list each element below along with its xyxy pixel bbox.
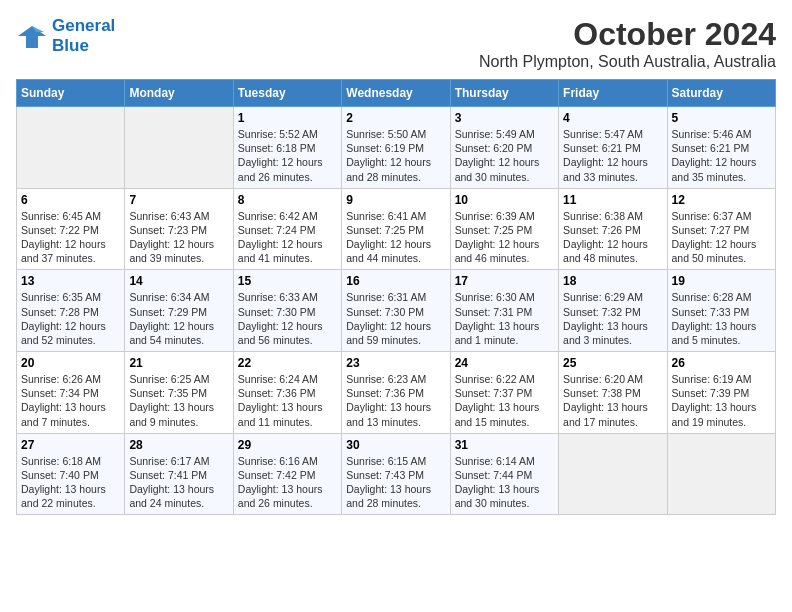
calendar-cell: 6Sunrise: 6:45 AM Sunset: 7:22 PM Daylig… — [17, 188, 125, 270]
logo-icon — [16, 22, 48, 50]
day-info: Sunrise: 6:17 AM Sunset: 7:41 PM Dayligh… — [129, 454, 228, 511]
day-header-thursday: Thursday — [450, 80, 558, 107]
calendar-cell: 16Sunrise: 6:31 AM Sunset: 7:30 PM Dayli… — [342, 270, 450, 352]
calendar-cell: 17Sunrise: 6:30 AM Sunset: 7:31 PM Dayli… — [450, 270, 558, 352]
day-number: 26 — [672, 356, 771, 370]
day-header-wednesday: Wednesday — [342, 80, 450, 107]
header: General Blue October 2024 North Plympton… — [16, 16, 776, 71]
calendar-week-row: 27Sunrise: 6:18 AM Sunset: 7:40 PM Dayli… — [17, 433, 776, 515]
calendar-cell: 4Sunrise: 5:47 AM Sunset: 6:21 PM Daylig… — [559, 107, 667, 189]
calendar-cell: 13Sunrise: 6:35 AM Sunset: 7:28 PM Dayli… — [17, 270, 125, 352]
logo-text: General Blue — [52, 16, 115, 56]
calendar-week-row: 6Sunrise: 6:45 AM Sunset: 7:22 PM Daylig… — [17, 188, 776, 270]
calendar-cell: 19Sunrise: 6:28 AM Sunset: 7:33 PM Dayli… — [667, 270, 775, 352]
day-info: Sunrise: 6:45 AM Sunset: 7:22 PM Dayligh… — [21, 209, 120, 266]
day-number: 6 — [21, 193, 120, 207]
day-info: Sunrise: 6:34 AM Sunset: 7:29 PM Dayligh… — [129, 290, 228, 347]
day-number: 15 — [238, 274, 337, 288]
day-info: Sunrise: 6:19 AM Sunset: 7:39 PM Dayligh… — [672, 372, 771, 429]
calendar-cell: 26Sunrise: 6:19 AM Sunset: 7:39 PM Dayli… — [667, 352, 775, 434]
calendar-cell: 3Sunrise: 5:49 AM Sunset: 6:20 PM Daylig… — [450, 107, 558, 189]
day-number: 22 — [238, 356, 337, 370]
calendar-cell: 2Sunrise: 5:50 AM Sunset: 6:19 PM Daylig… — [342, 107, 450, 189]
calendar-header-row: SundayMondayTuesdayWednesdayThursdayFrid… — [17, 80, 776, 107]
day-number: 29 — [238, 438, 337, 452]
day-info: Sunrise: 6:23 AM Sunset: 7:36 PM Dayligh… — [346, 372, 445, 429]
calendar-cell — [667, 433, 775, 515]
calendar-cell: 20Sunrise: 6:26 AM Sunset: 7:34 PM Dayli… — [17, 352, 125, 434]
day-number: 21 — [129, 356, 228, 370]
calendar-cell: 8Sunrise: 6:42 AM Sunset: 7:24 PM Daylig… — [233, 188, 341, 270]
calendar-cell: 22Sunrise: 6:24 AM Sunset: 7:36 PM Dayli… — [233, 352, 341, 434]
day-number: 4 — [563, 111, 662, 125]
day-info: Sunrise: 6:22 AM Sunset: 7:37 PM Dayligh… — [455, 372, 554, 429]
calendar-week-row: 1Sunrise: 5:52 AM Sunset: 6:18 PM Daylig… — [17, 107, 776, 189]
calendar-cell: 24Sunrise: 6:22 AM Sunset: 7:37 PM Dayli… — [450, 352, 558, 434]
calendar-cell: 31Sunrise: 6:14 AM Sunset: 7:44 PM Dayli… — [450, 433, 558, 515]
day-number: 3 — [455, 111, 554, 125]
calendar-table: SundayMondayTuesdayWednesdayThursdayFrid… — [16, 79, 776, 515]
day-number: 20 — [21, 356, 120, 370]
day-number: 17 — [455, 274, 554, 288]
calendar-cell: 28Sunrise: 6:17 AM Sunset: 7:41 PM Dayli… — [125, 433, 233, 515]
calendar-cell: 27Sunrise: 6:18 AM Sunset: 7:40 PM Dayli… — [17, 433, 125, 515]
day-number: 16 — [346, 274, 445, 288]
day-info: Sunrise: 6:39 AM Sunset: 7:25 PM Dayligh… — [455, 209, 554, 266]
logo: General Blue — [16, 16, 115, 56]
calendar-cell: 15Sunrise: 6:33 AM Sunset: 7:30 PM Dayli… — [233, 270, 341, 352]
day-info: Sunrise: 6:15 AM Sunset: 7:43 PM Dayligh… — [346, 454, 445, 511]
calendar-week-row: 20Sunrise: 6:26 AM Sunset: 7:34 PM Dayli… — [17, 352, 776, 434]
day-number: 7 — [129, 193, 228, 207]
day-info: Sunrise: 6:35 AM Sunset: 7:28 PM Dayligh… — [21, 290, 120, 347]
day-number: 11 — [563, 193, 662, 207]
day-number: 30 — [346, 438, 445, 452]
day-number: 10 — [455, 193, 554, 207]
day-header-friday: Friday — [559, 80, 667, 107]
day-number: 31 — [455, 438, 554, 452]
calendar-cell: 10Sunrise: 6:39 AM Sunset: 7:25 PM Dayli… — [450, 188, 558, 270]
day-number: 18 — [563, 274, 662, 288]
day-info: Sunrise: 6:20 AM Sunset: 7:38 PM Dayligh… — [563, 372, 662, 429]
title-block: October 2024 North Plympton, South Austr… — [479, 16, 776, 71]
calendar-cell: 30Sunrise: 6:15 AM Sunset: 7:43 PM Dayli… — [342, 433, 450, 515]
page-title: October 2024 — [479, 16, 776, 53]
day-header-monday: Monday — [125, 80, 233, 107]
day-number: 25 — [563, 356, 662, 370]
day-info: Sunrise: 6:26 AM Sunset: 7:34 PM Dayligh… — [21, 372, 120, 429]
page-subtitle: North Plympton, South Australia, Austral… — [479, 53, 776, 71]
day-info: Sunrise: 6:24 AM Sunset: 7:36 PM Dayligh… — [238, 372, 337, 429]
day-info: Sunrise: 5:46 AM Sunset: 6:21 PM Dayligh… — [672, 127, 771, 184]
day-header-saturday: Saturday — [667, 80, 775, 107]
day-info: Sunrise: 6:37 AM Sunset: 7:27 PM Dayligh… — [672, 209, 771, 266]
day-info: Sunrise: 6:28 AM Sunset: 7:33 PM Dayligh… — [672, 290, 771, 347]
day-info: Sunrise: 6:30 AM Sunset: 7:31 PM Dayligh… — [455, 290, 554, 347]
calendar-cell: 11Sunrise: 6:38 AM Sunset: 7:26 PM Dayli… — [559, 188, 667, 270]
day-info: Sunrise: 6:29 AM Sunset: 7:32 PM Dayligh… — [563, 290, 662, 347]
calendar-cell: 7Sunrise: 6:43 AM Sunset: 7:23 PM Daylig… — [125, 188, 233, 270]
calendar-cell: 25Sunrise: 6:20 AM Sunset: 7:38 PM Dayli… — [559, 352, 667, 434]
calendar-cell: 21Sunrise: 6:25 AM Sunset: 7:35 PM Dayli… — [125, 352, 233, 434]
day-info: Sunrise: 5:47 AM Sunset: 6:21 PM Dayligh… — [563, 127, 662, 184]
calendar-cell: 5Sunrise: 5:46 AM Sunset: 6:21 PM Daylig… — [667, 107, 775, 189]
day-number: 23 — [346, 356, 445, 370]
day-info: Sunrise: 6:42 AM Sunset: 7:24 PM Dayligh… — [238, 209, 337, 266]
calendar-week-row: 13Sunrise: 6:35 AM Sunset: 7:28 PM Dayli… — [17, 270, 776, 352]
day-info: Sunrise: 6:16 AM Sunset: 7:42 PM Dayligh… — [238, 454, 337, 511]
day-number: 2 — [346, 111, 445, 125]
day-info: Sunrise: 6:31 AM Sunset: 7:30 PM Dayligh… — [346, 290, 445, 347]
calendar-cell: 29Sunrise: 6:16 AM Sunset: 7:42 PM Dayli… — [233, 433, 341, 515]
day-header-tuesday: Tuesday — [233, 80, 341, 107]
day-info: Sunrise: 5:50 AM Sunset: 6:19 PM Dayligh… — [346, 127, 445, 184]
calendar-cell: 14Sunrise: 6:34 AM Sunset: 7:29 PM Dayli… — [125, 270, 233, 352]
day-number: 28 — [129, 438, 228, 452]
day-number: 24 — [455, 356, 554, 370]
day-number: 27 — [21, 438, 120, 452]
day-number: 14 — [129, 274, 228, 288]
day-number: 1 — [238, 111, 337, 125]
svg-marker-0 — [18, 26, 46, 48]
day-info: Sunrise: 5:52 AM Sunset: 6:18 PM Dayligh… — [238, 127, 337, 184]
calendar-cell: 1Sunrise: 5:52 AM Sunset: 6:18 PM Daylig… — [233, 107, 341, 189]
day-info: Sunrise: 6:14 AM Sunset: 7:44 PM Dayligh… — [455, 454, 554, 511]
day-info: Sunrise: 6:33 AM Sunset: 7:30 PM Dayligh… — [238, 290, 337, 347]
calendar-cell: 9Sunrise: 6:41 AM Sunset: 7:25 PM Daylig… — [342, 188, 450, 270]
